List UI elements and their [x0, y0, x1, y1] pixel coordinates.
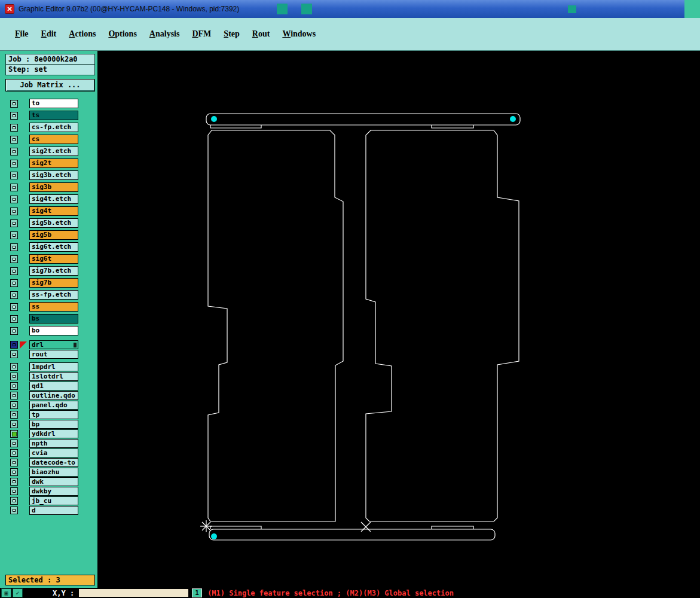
- layer-label-sig3b.etch[interactable]: sig3b.etch: [29, 170, 78, 180]
- layer-label-qd1[interactable]: qd1: [29, 382, 78, 390]
- layer-label-bo[interactable]: bo: [29, 326, 78, 335]
- menu-item-dfm[interactable]: DFM: [192, 29, 211, 39]
- layer-visibility-checkbox-bp[interactable]: [10, 420, 18, 428]
- layer-visibility-checkbox-cs[interactable]: [10, 136, 18, 144]
- layer-visibility-checkbox-bo[interactable]: [10, 327, 18, 335]
- layer-visibility-checkbox-ss-fp.etch[interactable]: [10, 291, 18, 299]
- layer-visibility-checkbox-sig5b.etch[interactable]: [10, 219, 18, 227]
- left-panel-outline: [208, 130, 343, 521]
- layer-label-sig7b[interactable]: sig7b: [29, 278, 78, 288]
- layer-label-sig2t.etch[interactable]: sig2t.etch: [29, 147, 78, 156]
- layer-label-npth[interactable]: npth: [29, 439, 78, 448]
- editor-canvas[interactable]: [97, 51, 700, 588]
- select-toggle-icon[interactable]: ▣: [1, 588, 11, 597]
- job-matrix-button[interactable]: Job Matrix ...: [5, 79, 95, 91]
- layer-visibility-checkbox-sig7b.etch[interactable]: [10, 267, 18, 275]
- layer-visibility-checkbox-panel.qdo[interactable]: [10, 401, 18, 409]
- layer-label-panel.qdo[interactable]: panel.qdo: [29, 401, 78, 410]
- layer-visibility-checkbox-1slotdrl[interactable]: [10, 373, 18, 380]
- layer-label-biaozhu[interactable]: biaozhu: [29, 468, 78, 477]
- layer-visibility-checkbox-sig6t[interactable]: [10, 255, 18, 263]
- layer-visibility-checkbox-sig3b.etch[interactable]: [10, 172, 18, 179]
- menu-item-options[interactable]: Options: [108, 29, 136, 39]
- layer-label-dwkby[interactable]: dwkby: [29, 487, 78, 496]
- sidebar: Job : 8e0000k2a0 Step: set Job Matrix ..…: [0, 51, 97, 588]
- layer-label-sig7b.etch[interactable]: sig7b.etch: [29, 266, 78, 276]
- layer-label-sig5b[interactable]: sig5b: [29, 230, 78, 240]
- checkbox-inner-mark: [13, 343, 16, 346]
- layer-label-sig2t[interactable]: sig2t: [29, 158, 78, 168]
- menu-item-actions[interactable]: Actions: [69, 29, 96, 39]
- layer-visibility-checkbox-datecode-to[interactable]: [10, 459, 18, 466]
- layer-visibility-checkbox-sig7b[interactable]: [10, 279, 18, 287]
- layer-visibility-checkbox-1mpdrl[interactable]: [10, 363, 18, 371]
- app-icon[interactable]: ✕: [5, 4, 14, 14]
- layer-visibility-checkbox-sig5b[interactable]: [10, 231, 18, 239]
- layer-label-ts[interactable]: ts: [29, 111, 78, 120]
- layer-label-sig5b.etch[interactable]: sig5b.etch: [29, 218, 78, 228]
- layer-label-bs[interactable]: bs: [29, 314, 78, 324]
- layer-visibility-checkbox-biaozhu[interactable]: [10, 468, 18, 476]
- layer-label-to[interactable]: to: [29, 99, 78, 108]
- spin-button[interactable]: 1: [192, 588, 202, 597]
- layer-label-sig3b[interactable]: sig3b: [29, 182, 78, 192]
- layer-visibility-checkbox-dwk[interactable]: [10, 478, 18, 486]
- layer-visibility-checkbox-tp[interactable]: [10, 411, 18, 419]
- menu-item-step[interactable]: Step: [224, 29, 239, 39]
- layer-visibility-checkbox-drl[interactable]: [10, 341, 18, 349]
- layer-label-tp[interactable]: tp: [29, 410, 78, 419]
- layer-visibility-checkbox-npth[interactable]: [10, 440, 18, 447]
- layer-label-drl[interactable]: drl: [29, 340, 78, 349]
- layer-visibility-checkbox-ss[interactable]: [10, 303, 18, 311]
- check-toggle-icon[interactable]: ✓: [13, 588, 23, 597]
- layer-label-1mpdrl[interactable]: 1mpdrl: [29, 362, 78, 371]
- layer-label-ss-fp.etch[interactable]: ss-fp.etch: [29, 290, 78, 300]
- layer-label-cs-fp.etch[interactable]: cs-fp.etch: [29, 123, 78, 132]
- layer-label-bp[interactable]: bp: [29, 420, 78, 429]
- layer-visibility-checkbox-sig3b[interactable]: [10, 184, 18, 191]
- layer-label-jb_cu[interactable]: jb_cu: [29, 496, 78, 505]
- layer-visibility-checkbox-ydkdrl[interactable]: [10, 430, 18, 438]
- checkbox-inner-mark: [13, 509, 16, 512]
- layer-visibility-checkbox-rout[interactable]: [10, 350, 18, 358]
- layer-visibility-checkbox-d[interactable]: [10, 507, 18, 514]
- layer-label-sig6t.etch[interactable]: sig6t.etch: [29, 242, 78, 252]
- layer-label-outline.qdo[interactable]: outline.qdo: [29, 391, 78, 400]
- layer-label-sig6t[interactable]: sig6t: [29, 254, 78, 264]
- layer-row-sig2t.etch: sig2t.etch: [0, 147, 97, 156]
- layer-visibility-checkbox-sig6t.etch[interactable]: [10, 243, 18, 251]
- layer-label-cs[interactable]: cs: [29, 135, 78, 144]
- layer-visibility-checkbox-ts[interactable]: [10, 112, 18, 120]
- layer-visibility-checkbox-sig4t[interactable]: [10, 208, 18, 215]
- layer-label-1slotdrl[interactable]: 1slotdrl: [29, 372, 78, 381]
- layer-label-sig4t.etch[interactable]: sig4t.etch: [29, 194, 78, 204]
- layer-label-rout[interactable]: rout: [29, 350, 78, 359]
- titlebar: ✕ Graphic Editor 9.07b2 (00@HY-HYCAM-PC1…: [0, 0, 700, 18]
- layer-visibility-checkbox-dwkby[interactable]: [10, 487, 18, 495]
- layer-visibility-checkbox-sig2t[interactable]: [10, 160, 18, 167]
- layer-visibility-checkbox-qd1[interactable]: [10, 382, 18, 390]
- xy-input[interactable]: [79, 589, 188, 597]
- layer-visibility-checkbox-sig2t.etch[interactable]: [10, 148, 18, 155]
- datum-cross-marker: [361, 522, 371, 532]
- layer-label-cvia[interactable]: cvia: [29, 448, 78, 457]
- layer-label-d[interactable]: d: [29, 506, 78, 515]
- layer-visibility-checkbox-cvia[interactable]: [10, 449, 18, 457]
- layer-visibility-checkbox-cs-fp.etch[interactable]: [10, 124, 18, 132]
- layer-label-dwk[interactable]: dwk: [29, 477, 78, 486]
- layer-visibility-checkbox-outline.qdo[interactable]: [10, 392, 18, 399]
- layer-label-datecode-to[interactable]: datecode-to: [29, 458, 78, 467]
- menu-item-file[interactable]: File: [15, 29, 29, 39]
- layer-visibility-checkbox-to[interactable]: [10, 100, 18, 108]
- menu-item-analysis[interactable]: Analysis: [149, 29, 180, 39]
- menu-item-rout[interactable]: Rout: [252, 29, 270, 39]
- layer-visibility-checkbox-bs[interactable]: [10, 315, 18, 323]
- layer-label-sig4t[interactable]: sig4t: [29, 206, 78, 216]
- checkbox-inner-mark: [13, 471, 16, 474]
- menu-item-edit[interactable]: Edit: [41, 29, 57, 39]
- layer-visibility-checkbox-jb_cu[interactable]: [10, 497, 18, 505]
- layer-label-ss[interactable]: ss: [29, 302, 78, 312]
- layer-label-ydkdrl[interactable]: ydkdrl: [29, 429, 78, 438]
- layer-visibility-checkbox-sig4t.etch[interactable]: [10, 196, 18, 203]
- menu-item-windows[interactable]: Windows: [282, 29, 316, 39]
